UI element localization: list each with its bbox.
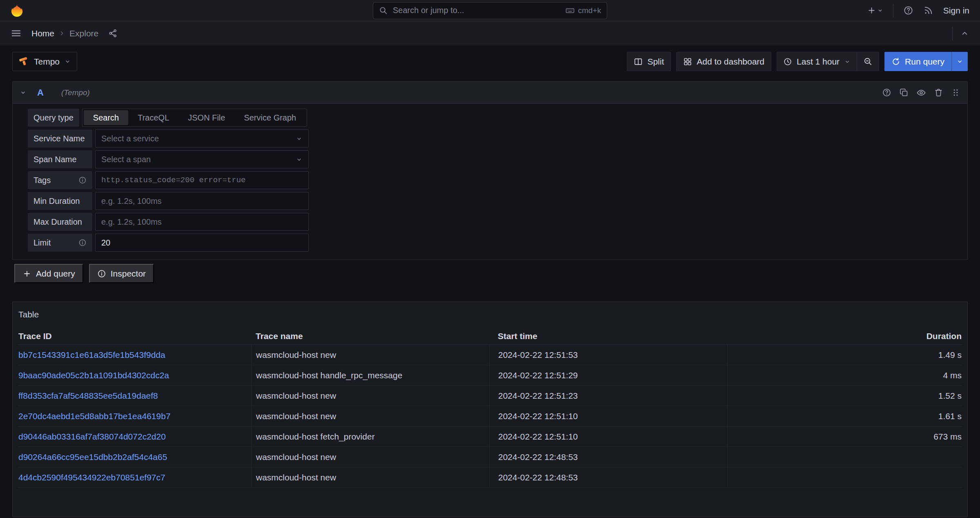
min-duration-input[interactable]: e.g. 1.2s, 100ms bbox=[95, 192, 309, 210]
start-time-cell: 2024-02-22 12:51:23 bbox=[489, 386, 727, 406]
limit-input[interactable]: 20 bbox=[95, 234, 309, 252]
search-placeholder: Search or jump to... bbox=[393, 6, 560, 15]
query-datasource-hint: (Tempo) bbox=[61, 88, 90, 97]
run-query-dropdown[interactable] bbox=[951, 52, 968, 71]
search-shortcut: cmd+k bbox=[565, 6, 601, 16]
table-row: 4d4cb2590f495434922eb70851ef97c7 wasmclo… bbox=[18, 467, 962, 488]
trace-name-cell: wasmcloud-host new bbox=[252, 345, 489, 365]
duration-cell: 1.52 s bbox=[727, 386, 962, 406]
trace-id-link[interactable]: 9baac90ade05c2b1a1091bd4302cdc2a bbox=[18, 371, 169, 380]
split-icon bbox=[634, 57, 643, 66]
results-table-panel: Table Trace ID Trace name Start time Dur… bbox=[12, 301, 968, 517]
chevron-down-icon bbox=[296, 156, 303, 163]
drag-handle-icon[interactable] bbox=[951, 88, 960, 97]
info-icon[interactable] bbox=[78, 176, 87, 184]
grafana-logo[interactable] bbox=[11, 4, 23, 17]
zoom-out-time-button[interactable] bbox=[857, 52, 879, 71]
duration-cell: 1.49 s bbox=[727, 345, 962, 365]
tab-search[interactable]: Search bbox=[84, 110, 128, 125]
duration-cell bbox=[727, 447, 962, 467]
sign-in-button[interactable]: Sign in bbox=[943, 6, 969, 16]
tab-traceql[interactable]: TraceQL bbox=[128, 110, 178, 125]
news-rss-icon[interactable] bbox=[923, 5, 933, 16]
query-ref-id: A bbox=[37, 87, 44, 98]
table-row: ff8d353cfa7af5c48835ee5da19daef8 wasmclo… bbox=[18, 386, 962, 406]
trace-name-cell: wasmcloud-host new bbox=[252, 467, 489, 487]
collapse-query-icon[interactable] bbox=[20, 89, 27, 96]
explore-page: Tempo Split Add to dashboard Last 1 hour bbox=[0, 45, 980, 517]
trace-name-cell: wasmcloud-host new bbox=[252, 447, 489, 467]
datasource-name: Tempo bbox=[34, 57, 60, 67]
trace-id-link[interactable]: 2e70dc4aebd1e5d8abb17be1ea4619b7 bbox=[18, 411, 171, 421]
start-time-cell: 2024-02-22 12:51:29 bbox=[489, 365, 727, 385]
limit-row: Limit 20 bbox=[28, 234, 959, 252]
toggle-visibility-icon[interactable] bbox=[916, 88, 926, 98]
breadcrumb-current: Explore bbox=[69, 29, 98, 38]
explore-toolbar: Tempo Split Add to dashboard Last 1 hour bbox=[12, 52, 968, 71]
duplicate-query-icon[interactable] bbox=[899, 88, 909, 97]
add-query-button[interactable]: Add query bbox=[14, 264, 83, 283]
trace-id-link[interactable]: d90264a66cc95ee15dbb2b2af54c4a65 bbox=[18, 452, 167, 462]
duration-cell bbox=[727, 467, 962, 487]
table-row: d90446ab03316af7af38074d072c2d20 wasmclo… bbox=[18, 426, 962, 447]
span-name-select[interactable]: Select a span bbox=[95, 150, 309, 168]
menu-toggle-icon[interactable] bbox=[11, 28, 22, 39]
trace-name-cell: wasmcloud-host new bbox=[252, 386, 489, 406]
chevron-down-icon bbox=[64, 58, 71, 65]
trace-id-link[interactable]: ff8d353cfa7af5c48835ee5da19daef8 bbox=[18, 391, 158, 400]
time-range-button[interactable]: Last 1 hour bbox=[777, 52, 857, 71]
table-row: 9baac90ade05c2b1a1091bd4302cdc2a wasmclo… bbox=[18, 365, 962, 386]
tags-input[interactable]: http.status_code=200 error=true bbox=[95, 171, 309, 189]
top-nav: Search or jump to... cmd+k Sign in bbox=[0, 0, 980, 21]
add-to-dashboard-button[interactable]: Add to dashboard bbox=[676, 52, 771, 71]
panel-title: Table bbox=[18, 307, 962, 328]
service-name-select[interactable]: Select a service bbox=[95, 130, 309, 147]
query-type-tabs: Search TraceQL JSON File Service Graph bbox=[82, 109, 307, 127]
chevron-right-icon bbox=[58, 30, 65, 37]
start-time-cell: 2024-02-22 12:51:53 bbox=[489, 345, 727, 365]
max-duration-input[interactable]: e.g. 1.2s, 100ms bbox=[95, 213, 309, 231]
trace-name-cell: wasmcloud-host fetch_provider bbox=[252, 426, 489, 447]
delete-query-icon[interactable] bbox=[934, 88, 943, 97]
trace-id-link[interactable]: 4d4cb2590f495434922eb70851ef97c7 bbox=[18, 473, 165, 482]
info-circle-icon bbox=[97, 269, 106, 278]
query-editor-row: A (Tempo) bbox=[12, 81, 968, 260]
tags-label: Tags bbox=[28, 171, 92, 189]
trace-id-link[interactable]: bb7c1543391c1e61a3d5fe1b543f9dda bbox=[18, 350, 165, 359]
inspector-button[interactable]: Inspector bbox=[89, 264, 154, 283]
search-input[interactable]: Search or jump to... cmd+k bbox=[373, 2, 607, 19]
tab-json-file[interactable]: JSON File bbox=[178, 110, 234, 125]
span-name-row: Span Name Select a span bbox=[28, 150, 959, 168]
help-icon[interactable] bbox=[903, 5, 913, 16]
chevron-down-icon bbox=[956, 58, 963, 65]
divider bbox=[893, 4, 893, 18]
duration-cell: 4 ms bbox=[727, 365, 962, 385]
breadcrumb-home[interactable]: Home bbox=[31, 29, 54, 38]
column-header-trace-name[interactable]: Trace name bbox=[252, 331, 489, 341]
datasource-picker[interactable]: Tempo bbox=[12, 52, 77, 71]
tab-service-graph[interactable]: Service Graph bbox=[234, 110, 305, 125]
info-icon[interactable] bbox=[78, 239, 87, 247]
table-row: 2e70dc4aebd1e5d8abb17be1ea4619b7 wasmclo… bbox=[18, 406, 962, 426]
split-button[interactable]: Split bbox=[627, 52, 671, 71]
column-header-trace-id[interactable]: Trace ID bbox=[18, 331, 252, 341]
chevron-down-icon bbox=[296, 135, 303, 142]
clock-icon bbox=[783, 57, 792, 66]
collapse-chrome-icon[interactable] bbox=[960, 29, 969, 38]
tempo-logo bbox=[18, 56, 29, 67]
keyboard-icon bbox=[565, 6, 575, 16]
trace-id-link[interactable]: d90446ab03316af7af38074d072c2d20 bbox=[18, 432, 166, 441]
share-icon[interactable] bbox=[108, 29, 118, 38]
sync-icon bbox=[891, 57, 900, 66]
query-help-icon[interactable] bbox=[882, 88, 891, 97]
query-type-row: Query type Search TraceQL JSON File Serv… bbox=[28, 109, 959, 127]
start-time-cell: 2024-02-22 12:51:10 bbox=[489, 406, 727, 426]
column-header-start-time[interactable]: Start time bbox=[489, 331, 727, 341]
run-query-button[interactable]: Run query bbox=[884, 52, 951, 71]
table-row: d90264a66cc95ee15dbb2b2af54c4a65 wasmclo… bbox=[18, 447, 962, 467]
table-header-row: Trace ID Trace name Start time Duration bbox=[18, 328, 962, 345]
max-duration-row: Max Duration e.g. 1.2s, 100ms bbox=[28, 213, 959, 231]
new-menu-button[interactable] bbox=[867, 6, 883, 15]
start-time-cell: 2024-02-22 12:48:53 bbox=[489, 447, 727, 467]
column-header-duration[interactable]: Duration bbox=[727, 331, 962, 341]
